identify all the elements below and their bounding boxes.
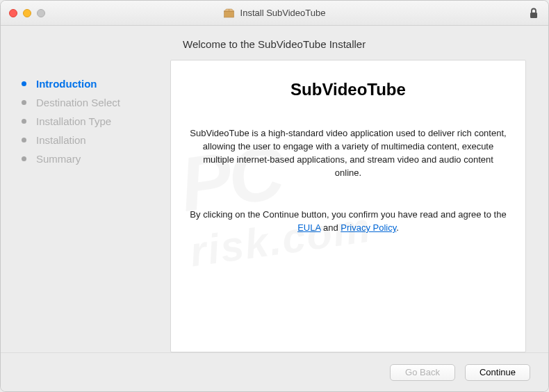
bullet-icon bbox=[22, 138, 26, 142]
bullet-icon bbox=[22, 119, 26, 124]
minimize-window-button[interactable] bbox=[23, 9, 31, 17]
traffic-lights bbox=[9, 9, 45, 17]
window-title-text: Install SubVideoTube bbox=[240, 8, 326, 18]
step-introduction: Introduction bbox=[22, 74, 170, 93]
product-description: SubVideoTube is a high-standard video ap… bbox=[189, 127, 507, 179]
step-label: Installation bbox=[36, 134, 86, 146]
step-summary: Summary bbox=[22, 149, 170, 168]
bullet-icon bbox=[22, 156, 26, 161]
product-name: SubVideoTube bbox=[189, 80, 507, 99]
content-area: Introduction Destination Select Installa… bbox=[1, 26, 548, 352]
step-list: Introduction Destination Select Installa… bbox=[22, 74, 170, 168]
step-label: Summary bbox=[36, 153, 81, 165]
continue-button[interactable]: Continue bbox=[465, 364, 530, 381]
titlebar: Install SubVideoTube bbox=[1, 1, 548, 26]
agree-post: . bbox=[396, 222, 399, 233]
step-label: Installation Type bbox=[36, 115, 111, 127]
privacy-policy-link[interactable]: Privacy Policy bbox=[341, 222, 396, 233]
eula-link[interactable]: EULA bbox=[297, 222, 320, 233]
package-icon bbox=[224, 8, 235, 19]
content-panel: SubVideoTube SubVideoTube is a high-stan… bbox=[170, 60, 526, 352]
page-title: Welcome to the SubVideoTube Installer bbox=[183, 38, 526, 50]
maximize-window-button bbox=[37, 9, 45, 17]
bullet-icon bbox=[22, 81, 26, 86]
footer: Go Back Continue bbox=[1, 352, 548, 391]
step-label: Destination Select bbox=[36, 97, 120, 108]
window-title: Install SubVideoTube bbox=[224, 8, 326, 19]
bullet-icon bbox=[22, 100, 26, 105]
main: Welcome to the SubVideoTube Installer Su… bbox=[170, 26, 548, 352]
step-destination-select: Destination Select bbox=[22, 93, 170, 112]
agree-mid: and bbox=[320, 222, 341, 233]
step-installation: Installation bbox=[22, 131, 170, 149]
agree-pre: By clicking on the Continue button, you … bbox=[190, 209, 506, 220]
agreement-text: By clicking on the Continue button, you … bbox=[189, 209, 507, 235]
step-label: Introduction bbox=[36, 78, 97, 90]
svg-rect-0 bbox=[224, 11, 234, 17]
sidebar: Introduction Destination Select Installa… bbox=[1, 26, 170, 352]
step-installation-type: Installation Type bbox=[22, 112, 170, 131]
svg-rect-2 bbox=[530, 13, 537, 18]
lock-icon[interactable] bbox=[529, 7, 539, 19]
close-window-button[interactable] bbox=[9, 9, 17, 17]
go-back-button: Go Back bbox=[390, 364, 455, 381]
